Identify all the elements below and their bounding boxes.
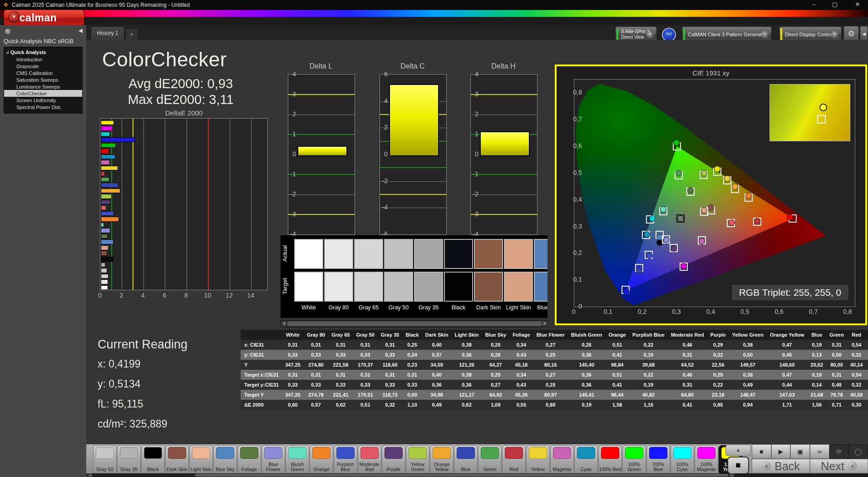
tree-expander-icon[interactable]: ◢ xyxy=(6,50,9,54)
patch-button-100-red[interactable]: 100% Red xyxy=(598,445,622,473)
sidebar-collapse-icon[interactable]: ◀ xyxy=(79,27,83,34)
patch-button-gray-50[interactable]: Gray 50 xyxy=(93,445,117,473)
column-header-moderate-red: Moderate Red xyxy=(668,330,707,340)
patch-button-100-green[interactable]: 100% Green xyxy=(622,445,646,473)
tree-item-grayscale[interactable]: Grayscale xyxy=(4,63,82,70)
tree-item-luminance-sweeps[interactable]: Luminance Sweeps xyxy=(4,83,82,90)
table-cell: 0,32 xyxy=(847,350,866,360)
back-button[interactable]: « Back xyxy=(752,459,810,473)
swatch-scrollbar[interactable]: ◀ ▶ xyxy=(281,320,548,327)
table-cell: 0,26 xyxy=(568,340,605,350)
row-label: Target Y xyxy=(241,390,282,400)
patch-button-purple[interactable]: Purple xyxy=(382,445,405,473)
scroll-right-icon[interactable]: ▶ xyxy=(542,321,548,327)
column-header-purplish-blue: Purplish Blue xyxy=(629,330,668,340)
patch-button-yellow-green[interactable]: Yellow Green xyxy=(406,445,429,473)
limit-line xyxy=(471,94,537,95)
patch-button-red[interactable]: Red xyxy=(502,445,526,473)
table-cell: 0,26 xyxy=(568,370,605,380)
target-swatch-gray-80 xyxy=(324,272,353,302)
tree-root-quick-analysis[interactable]: ◢ Quick Analysis xyxy=(4,49,82,56)
tree-item-colorchecker[interactable]: ColorChecker xyxy=(4,90,82,97)
display-control-chevron-icon[interactable]: ▼ xyxy=(831,31,838,38)
measured-dot-cyan xyxy=(644,231,650,238)
patch-button-foliage[interactable]: Foliage xyxy=(237,445,261,473)
main-menu-chevron-icon[interactable]: ▼ xyxy=(9,11,20,22)
patch-button-100-cyan[interactable]: 100% Cyan xyxy=(671,445,694,473)
infinity-button[interactable]: ∞ xyxy=(810,444,829,459)
next-button[interactable]: Next » xyxy=(810,459,868,473)
meter-chevron-icon[interactable]: ▼ xyxy=(646,31,654,38)
collapse-up-button[interactable]: ▲ xyxy=(725,445,751,456)
gridline xyxy=(380,208,446,208)
patch-label: Orange Yellow xyxy=(430,462,453,472)
stop-pattern-button[interactable]: ■ xyxy=(727,457,749,474)
table-cell: 0,33 xyxy=(304,380,328,390)
tree-item-introduction[interactable]: Introduction xyxy=(4,56,82,63)
tree-item-saturation-sweeps[interactable]: Saturation Sweeps xyxy=(4,76,82,83)
avg-de2000: Avg dE2000: 0,93 xyxy=(113,76,249,91)
actual-swatch-gray-50 xyxy=(384,239,413,269)
patch-button-orange-yellow[interactable]: Orange Yellow xyxy=(430,445,454,473)
patch-button-moderate-red[interactable]: Moderate Red xyxy=(358,445,381,473)
maximize-button[interactable]: ▢ xyxy=(827,0,843,10)
patch-scrollbar-thumb[interactable] xyxy=(195,474,728,477)
tree-item-spectral-power-dist-[interactable]: Spectral Power Dist. xyxy=(4,104,82,110)
patch-scrollbar[interactable]: ◀ ▶ xyxy=(86,473,735,477)
table-cell: 80,16 xyxy=(533,360,568,370)
patch-button-cyan[interactable]: Cyan xyxy=(574,445,598,473)
patch-button-green[interactable]: Green xyxy=(478,445,502,473)
y-tick-label: 2 xyxy=(468,110,478,118)
play-button[interactable]: ▶ xyxy=(771,444,791,459)
table-cell: 0,57 xyxy=(304,400,328,410)
minimize-button[interactable]: – xyxy=(806,0,822,10)
y-tick-label: 3 xyxy=(285,90,296,98)
patch-button-bluish-green[interactable]: Bluish Green xyxy=(286,445,309,473)
row-label: Target x:CIE31 xyxy=(241,370,282,380)
table-cell: 0,33 xyxy=(282,350,304,360)
cie-plot: RGB Triplet: 255, 255, 0 xyxy=(574,79,855,307)
patch-button-orange[interactable]: Orange xyxy=(310,445,333,473)
scroll-left-icon[interactable]: ◀ xyxy=(281,321,287,327)
patch-button-blue[interactable]: Blue xyxy=(454,445,478,473)
stop-button[interactable]: ■ xyxy=(752,444,771,459)
patch-button-100-blue[interactable]: 100% Blue xyxy=(646,445,670,473)
patch-button-purplish-blue[interactable]: Purplish Blue xyxy=(334,445,357,473)
cie-y-tick: 0,2 xyxy=(568,249,582,256)
table-cell: 64,27 xyxy=(482,360,509,370)
patch-button-blue-sky[interactable]: Blue Sky xyxy=(213,445,237,473)
patch-chip-foliage xyxy=(240,447,258,459)
gridline xyxy=(288,194,355,195)
patch-button-magenta[interactable]: Magenta xyxy=(550,445,574,473)
patch-button-blue-flower[interactable]: Blue Flower xyxy=(261,445,285,473)
tree-item-screen-uniformity[interactable]: Screen Uniformity xyxy=(4,97,82,104)
column-header-blue: Blue xyxy=(808,330,827,340)
table-cell: 0,43 xyxy=(509,350,533,360)
patch-button-gray-35[interactable]: Gray 35 xyxy=(117,445,141,473)
add-tab-button[interactable]: + xyxy=(125,29,138,41)
refresh-button[interactable]: ⟳ xyxy=(829,444,849,459)
display-control-status-bar xyxy=(780,28,782,41)
column-header-black: Black xyxy=(402,330,422,340)
patch-button-light-skin[interactable]: Light Skin xyxy=(189,445,213,473)
cie-x-tick: 0,6 xyxy=(774,308,783,315)
patch-scroll-right-icon[interactable]: ▶ xyxy=(729,473,735,477)
gridline xyxy=(143,119,144,290)
tab-history-1[interactable]: History 1 xyxy=(91,26,124,40)
patch-button-black[interactable]: Black xyxy=(141,445,165,473)
close-button[interactable]: ✕ xyxy=(850,0,865,10)
patch-button-100-magenta[interactable]: 100% Magenta xyxy=(695,445,718,473)
pattern-window-button[interactable]: ▣ xyxy=(790,444,810,459)
table-cell: 98,44 xyxy=(605,390,629,400)
calman-logo[interactable]: ❖ calman ▼ xyxy=(4,10,84,26)
patch-button-dark-skin[interactable]: Dark Skin xyxy=(165,445,189,473)
generator-chevron-icon[interactable]: ▼ xyxy=(761,31,769,38)
patch-button-yellow[interactable]: Yellow xyxy=(526,445,550,473)
sidebar-led-button[interactable] xyxy=(5,28,11,35)
scrollbar-thumb[interactable] xyxy=(287,321,542,326)
table-cell: 149,57 xyxy=(729,360,767,370)
tree-item-cms-calibration[interactable]: CMS Calibration xyxy=(4,70,82,76)
table-cell: 170,37 xyxy=(353,360,378,370)
record-button[interactable]: ◯ xyxy=(848,444,868,459)
patch-scroll-left-icon[interactable]: ◀ xyxy=(87,473,93,477)
